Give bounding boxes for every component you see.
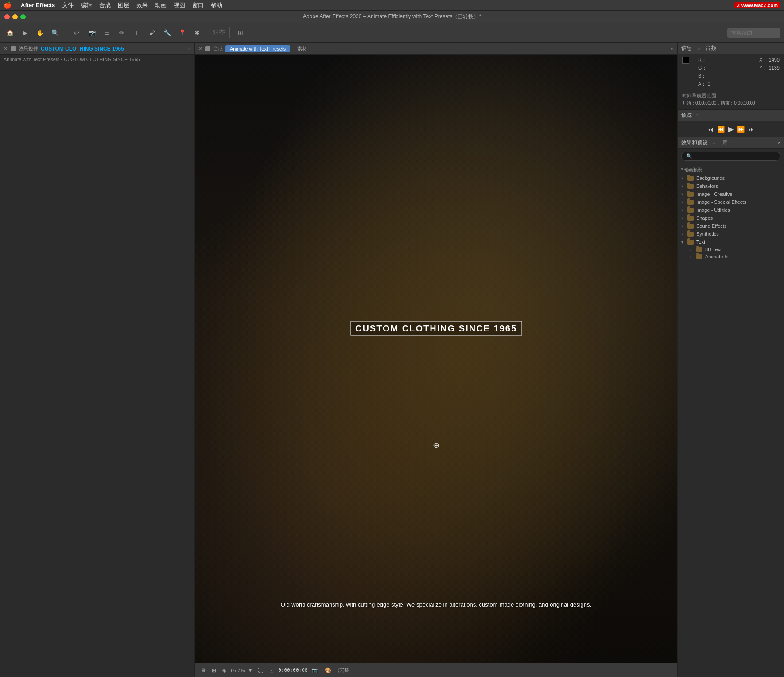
tree-item-synthetics[interactable]: › Synthetics [678, 230, 784, 238]
camera-icon[interactable]: 📷 [85, 27, 98, 39]
tree-item-sound-effects[interactable]: › Sound Effects [678, 222, 784, 230]
comp-tab-active[interactable]: Animate with Text Presets [225, 45, 290, 52]
home-icon[interactable]: 🏠 [4, 27, 16, 39]
tool5-icon[interactable]: ✱ [191, 27, 203, 39]
go-first-button[interactable]: ⏮ [707, 126, 714, 133]
text-icon[interactable]: T [131, 27, 143, 39]
preview-crop-icon[interactable]: ⛶ [256, 666, 265, 674]
folder-icon [687, 216, 694, 221]
tree-item-3dtext[interactable]: › 3D Text [678, 246, 784, 253]
close-button[interactable] [4, 14, 10, 19]
preview-grid-icon[interactable]: ⊞ [210, 666, 218, 674]
effects-menu-icon[interactable]: ≡ [712, 140, 715, 146]
pin-icon[interactable]: 📍 [176, 27, 188, 39]
effects-presets-panel: 效果和预设 ≡ 库 ： » 🔍 * 动画预设 › Backgrounds › [678, 137, 784, 677]
preview-color-icon[interactable]: 🎨 [323, 666, 333, 674]
preview-monitor-icon[interactable]: 🖥 [198, 666, 207, 674]
comp-menu-icon[interactable]: ≡ [316, 46, 318, 51]
pen-icon[interactable]: ✏ [116, 27, 128, 39]
preview-camera-icon[interactable]: 📷 [310, 666, 320, 674]
audio-title: 音频 [706, 44, 716, 52]
apple-logo[interactable]: 🍎 [4, 1, 12, 9]
preview-timecode[interactable]: 0;00;00;00 [278, 667, 307, 673]
panel-close-icon[interactable]: ✕ [4, 46, 8, 52]
menubar: 🍎 After Effects 文件 编辑 合成 图层 效果 动画 视图 窗口 … [0, 0, 784, 11]
paint-icon[interactable]: 🖌 [146, 27, 158, 39]
tree-item-animate-in[interactable]: › Animate In [678, 253, 784, 260]
display-icon[interactable]: ⊞ [234, 27, 247, 39]
info-content: R： G： B： A： 0 X： 1490 Y： 1139 [678, 54, 784, 90]
effects-search-bar[interactable]: 🔍 [681, 152, 780, 161]
comp-tab-material[interactable]: 素材 [293, 44, 311, 53]
tree-label-text: Text [696, 239, 705, 245]
menu-compose[interactable]: 合成 [99, 1, 111, 9]
preview-header: 预览 ≡ [678, 110, 784, 121]
rect-icon[interactable]: ▭ [101, 27, 113, 39]
tree-item-image-creative[interactable]: › Image - Creative [678, 190, 784, 198]
macd-badge: Z www.MacZ.com [734, 2, 780, 8]
time-range-label: 时间导航器范围 [682, 93, 780, 99]
preview-crosshair-icon: ⊕ [433, 440, 439, 450]
preview-zoom-value[interactable]: 66.7% [231, 668, 245, 673]
tree-label-backgrounds: Backgrounds [696, 175, 725, 181]
g-label: G： [698, 65, 710, 71]
toolbar: 🏠 ▶ ✋ 🔍 ↩ 📷 ▭ ✏ T 🖌 🔧 📍 ✱ 对齐 ⊞ [0, 23, 784, 43]
preview-snap-icon[interactable]: ◈ [221, 666, 228, 674]
preview-menu-icon[interactable]: ≡ [695, 113, 699, 119]
tree-item-image-utilities[interactable]: › Image - Utilities [678, 206, 784, 214]
tree-label-image-special: Image - Special Effects [696, 199, 746, 205]
folder-icon [687, 208, 694, 213]
menu-help[interactable]: 帮助 [211, 1, 222, 9]
breadcrumb: Animate with Text Presets • CUSTOM CLOTH… [0, 55, 194, 64]
tree-label-image-utilities: Image - Utilities [696, 207, 730, 213]
time-range: 时间导航器范围 开始：0;00;00;00，结束：0;00;10;00 [678, 90, 784, 109]
arrow-icon: › [681, 232, 686, 237]
help-search[interactable] [727, 28, 780, 38]
window-controls [4, 14, 26, 19]
preview-fit-icon[interactable]: ⊡ [268, 666, 276, 674]
menu-file[interactable]: 文件 [62, 1, 74, 9]
effects-expand-icon[interactable]: » [777, 140, 780, 146]
folder-icon [696, 247, 702, 252]
minimize-button[interactable] [12, 14, 18, 19]
tree-item-shapes[interactable]: › Shapes [678, 214, 784, 222]
preview-title: 预览 [681, 112, 692, 119]
effects-tree: * 动画预设 › Backgrounds › Behaviors › Image… [678, 163, 784, 262]
panel-expand-icon[interactable]: » [188, 46, 191, 52]
puppet-icon[interactable]: 🔧 [161, 27, 173, 39]
tree-item-text[interactable]: ▾ Text [678, 238, 784, 246]
library-label[interactable]: 库 [722, 139, 728, 147]
tree-item-behaviors[interactable]: › Behaviors [678, 182, 784, 190]
menu-view[interactable]: 视图 [174, 1, 185, 9]
a-label: A： 0 [698, 81, 710, 87]
align-icon[interactable]: 对齐 [213, 27, 225, 39]
select-icon[interactable]: ▶ [19, 27, 31, 39]
search-icon: 🔍 [686, 153, 692, 159]
r-label: R： [698, 57, 710, 63]
separator2 [208, 27, 208, 38]
tree-item-backgrounds[interactable]: › Backgrounds [678, 174, 784, 182]
maximize-button[interactable] [20, 14, 26, 19]
menu-edit[interactable]: 编辑 [81, 1, 92, 9]
arrow-icon: › [681, 208, 686, 213]
zoom-dropdown-icon[interactable]: ▾ [247, 666, 253, 674]
separator [66, 27, 66, 38]
tree-item-image-special[interactable]: › Image - Special Effects [678, 198, 784, 206]
folder-icon [687, 184, 694, 189]
menu-animate[interactable]: 动画 [155, 1, 167, 9]
preview-controls-bar: 🖥 ⊞ ◈ 66.7% ▾ ⛶ ⊡ 0;00;00;00 📷 🎨 (完整 [195, 663, 677, 677]
tree-label-synthetics: Synthetics [696, 231, 719, 237]
zoom-icon[interactable]: 🔍 [49, 27, 61, 39]
play-button[interactable]: ▶ [728, 125, 734, 133]
main-layout: ✕ 效果控件 CUSTOM CLOTHING SINCE 1965 » Anim… [0, 43, 784, 677]
comp-close-icon[interactable]: ✕ [198, 46, 202, 51]
go-last-button[interactable]: ⏭ [748, 126, 754, 133]
comp-expand-icon[interactable]: » [671, 46, 674, 51]
prev-frame-button[interactable]: ⏪ [717, 126, 725, 133]
undo-icon[interactable]: ↩ [70, 27, 83, 39]
menu-layer[interactable]: 图层 [118, 1, 129, 9]
menu-window[interactable]: 窗口 [192, 1, 204, 9]
next-frame-button[interactable]: ⏩ [737, 126, 745, 133]
menu-effect[interactable]: 效果 [136, 1, 148, 9]
hand-icon[interactable]: ✋ [34, 27, 46, 39]
